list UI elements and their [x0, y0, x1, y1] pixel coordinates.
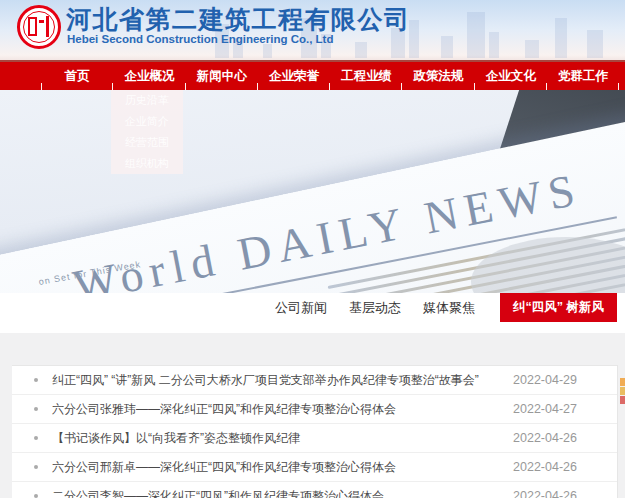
company-logo-icon[interactable] [17, 5, 61, 49]
nav-item-culture[interactable]: 企业文化 [475, 62, 547, 90]
dropdown-item-scope[interactable]: 经营范围 [111, 132, 183, 153]
company-name-en: Hebei Second Construction Engineering Co… [67, 33, 333, 45]
news-date: 2022-04-26 [513, 460, 577, 474]
floating-side-widget[interactable] [620, 378, 625, 405]
logo-seal-mark [28, 17, 37, 36]
widget-segment-icon[interactable] [620, 396, 625, 404]
news-date: 2022-04-26 [513, 489, 577, 498]
logo-seal-mark [46, 16, 49, 37]
main-nav-items: 首页 企业概况 新闻中心 企业荣誉 工程业绩 政策法规 企业文化 党群工作 [41, 62, 619, 90]
list-item[interactable]: 【书记谈作风】以“向我看齐”姿态整顿作风纪律 2022-04-26 [12, 424, 617, 453]
nav-item-projects[interactable]: 工程业绩 [330, 62, 402, 90]
bullet-icon [34, 436, 38, 440]
tab-four-winds-active[interactable]: 纠“四风” 树新风 [500, 293, 617, 322]
main-nav: 首页 企业概况 新闻中心 企业荣誉 工程业绩 政策法规 企业文化 党群工作 [0, 62, 625, 90]
news-title[interactable]: 六分公司张雅玮——深化纠正“四风”和作风纪律专项整治心得体会 [52, 401, 501, 418]
tab-company-news[interactable]: 公司新闻 [275, 293, 327, 322]
news-title[interactable]: 二分公司李智——深化纠正“四风”和作风纪律专项整治心得体会 [52, 488, 501, 498]
bullet-icon [34, 465, 38, 469]
list-item[interactable]: 纠正“四风” “讲”新风 二分公司大桥水厂项目党支部举办作风纪律专项整治“故事会… [12, 366, 617, 395]
section-tabs: 公司新闻 基层动态 媒体聚焦 纠“四风” 树新风 [264, 293, 617, 322]
list-item[interactable]: 六分公司张雅玮——深化纠正“四风”和作风纪律专项整治心得体会 2022-04-2… [12, 395, 617, 424]
nav-item-honors[interactable]: 企业荣誉 [258, 62, 330, 90]
tab-grassroots[interactable]: 基层动态 [349, 293, 401, 322]
logo-seal-mark [39, 20, 44, 23]
list-item[interactable]: 六分公司邢新卓——深化纠正“四风”和作风纪律专项整治心得体会 2022-04-2… [12, 453, 617, 482]
news-title[interactable]: 纠正“四风” “讲”新风 二分公司大桥水厂项目党支部举办作风纪律专项整治“故事会… [52, 372, 501, 389]
widget-segment-icon[interactable] [620, 387, 625, 395]
hero-banner: World DAILY NEWS on Set for This Week 历史… [0, 90, 625, 293]
bullet-icon [34, 494, 38, 498]
bullet-icon [34, 378, 38, 382]
tab-media-focus[interactable]: 媒体聚焦 [423, 293, 475, 322]
dropdown-item-organization[interactable]: 组织机构 [111, 153, 183, 174]
news-title[interactable]: 六分公司邢新卓——深化纠正“四风”和作风纪律专项整治心得体会 [52, 459, 501, 476]
news-date: 2022-04-29 [513, 373, 577, 387]
dropdown-item-profile[interactable]: 企业简介 [111, 111, 183, 132]
bullet-icon [34, 407, 38, 411]
company-name-zh: 河北省第二建筑工程有限公司 [66, 3, 411, 36]
nav-item-policy[interactable]: 政策法规 [402, 62, 474, 90]
widget-segment-icon[interactable] [620, 378, 625, 386]
dropdown-item-history[interactable]: 历史沿革 [111, 90, 183, 111]
nav-dropdown-overview: 历史沿革 企业简介 经营范围 组织机构 [111, 90, 183, 174]
nav-item-overview[interactable]: 企业概况 [113, 62, 185, 90]
news-list-card: 纠正“四风” “讲”新风 二分公司大桥水厂项目党支部举办作风纪律专项整治“故事会… [12, 365, 618, 498]
news-date: 2022-04-27 [513, 402, 577, 416]
news-title[interactable]: 【书记谈作风】以“向我看齐”姿态整顿作风纪律 [52, 430, 501, 447]
page: 河北省第二建筑工程有限公司 Hebei Second Construction … [0, 0, 625, 498]
content-area: 纠正“四风” “讲”新风 二分公司大桥水厂项目党支部举办作风纪律专项整治“故事会… [0, 333, 625, 498]
nav-item-news[interactable]: 新闻中心 [186, 62, 258, 90]
nav-item-party[interactable]: 党群工作 [547, 62, 619, 90]
nav-item-home[interactable]: 首页 [41, 62, 113, 90]
site-header: 河北省第二建筑工程有限公司 Hebei Second Construction … [0, 0, 625, 62]
section-tabbar: 公司新闻 基层动态 媒体聚焦 纠“四风” 树新风 [0, 293, 625, 333]
news-date: 2022-04-26 [513, 431, 577, 445]
list-item[interactable]: 二分公司李智——深化纠正“四风”和作风纪律专项整治心得体会 2022-04-26 [12, 482, 617, 498]
